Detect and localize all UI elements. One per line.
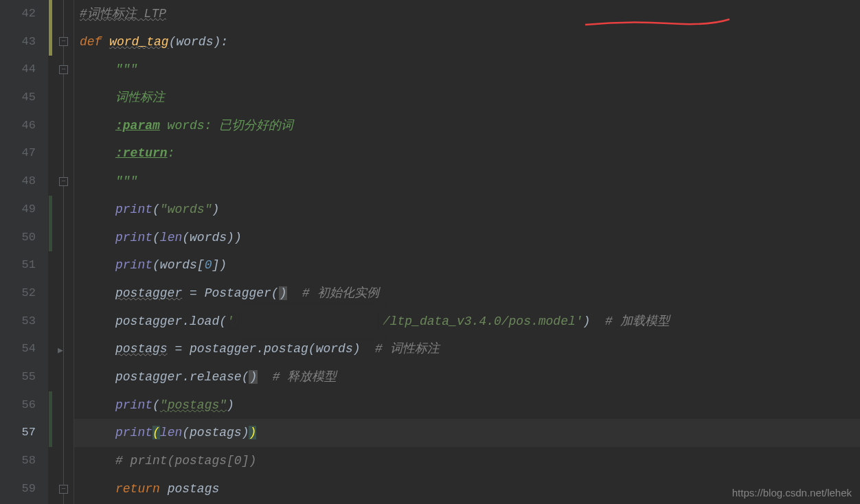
code-editor[interactable]: 42 43 44 45 46 47 48 49 50 51 52 53 54 5… [0,0,860,504]
docstring: 词性标注 [115,91,165,104]
code-line[interactable]: postagger = Postagger() # 初始化实例 [74,279,860,308]
line-number: 46 [0,112,36,140]
code-line[interactable]: print("postags") [74,391,860,420]
code-line[interactable]: postags = postagger.postag(words) # 词性标注 [74,335,860,363]
line-number: 50 [0,224,36,252]
docstring: """ [115,174,137,188]
line-number: 48 [0,168,36,196]
line-number: 45 [0,84,36,112]
code-line[interactable]: #词性标注 LTP [74,0,860,28]
line-number: 44 [0,56,36,84]
code-line[interactable]: """ [74,168,860,196]
line-number: 42 [0,0,36,28]
params: (words): [169,35,228,49]
change-marker-column [48,0,54,504]
fold-toggle-icon[interactable]: − [59,177,68,186]
docstring: """ [115,62,137,76]
line-number: 56 [0,391,36,420]
run-line-icon[interactable]: ▶ [58,345,63,356]
watermark: https://blog.csdn.net/lehek [732,487,852,499]
matched-paren: ( [152,426,160,439]
code-line[interactable]: """ [74,56,860,84]
matched-paren: ) [249,426,256,439]
line-number: 47 [0,139,36,168]
line-number: 49 [0,196,36,224]
code-line-current[interactable]: print(len(postags)) [74,419,860,447]
code-line[interactable]: :param words: 已切分好的词 [74,112,860,140]
change-marker [49,391,52,447]
code-line[interactable]: print(len(words)) [74,224,860,252]
comment: #词性标注 LTP [80,7,166,21]
line-number: 59 [0,475,36,503]
line-number: 51 [0,251,36,279]
fold-toggle-icon[interactable]: − [59,485,68,494]
code-line[interactable]: postagger.release() # 释放模型 [74,363,860,391]
line-number: 53 [0,308,36,336]
code-line[interactable]: def word_tag(words): [74,28,860,56]
code-line[interactable]: print(words[0]) [74,251,860,279]
code-line[interactable]: postagger.load('████████████████████/ltp… [74,308,860,336]
line-number: 55 [0,363,36,391]
line-number: 57 [0,419,36,447]
line-number: 54 [0,335,36,363]
code-line[interactable]: print("words") [74,196,860,224]
code-area[interactable]: #词性标注 LTP def word_tag(words): """ 词性标注 … [74,0,860,504]
keyword: def [80,35,109,49]
fold-guide [63,0,64,504]
code-line[interactable]: :return: [74,139,860,168]
fold-toggle-icon[interactable]: − [59,65,68,74]
function-name: word_tag [109,35,168,49]
fold-column: − − − ▶ − [54,0,74,504]
doc-tag: :return [115,146,168,160]
line-number: 43 [0,28,36,56]
code-line[interactable]: 词性标注 [74,84,860,112]
line-number-gutter: 42 43 44 45 46 47 48 49 50 51 52 53 54 5… [0,0,48,504]
builtin-call: print [115,203,152,216]
red-annotation [585,19,736,32]
line-number: 58 [0,447,36,475]
fold-toggle-icon[interactable]: − [59,37,68,46]
change-marker [49,196,52,251]
doc-tag: :param [115,119,160,133]
doc-text: : [168,146,175,160]
line-number: 52 [0,279,36,308]
doc-text: words: 已切分好的词 [160,119,293,133]
obscured-path: ████████████████████ [234,308,383,336]
code-line[interactable]: # print(postags[0]) [74,447,860,475]
change-marker [49,0,52,56]
